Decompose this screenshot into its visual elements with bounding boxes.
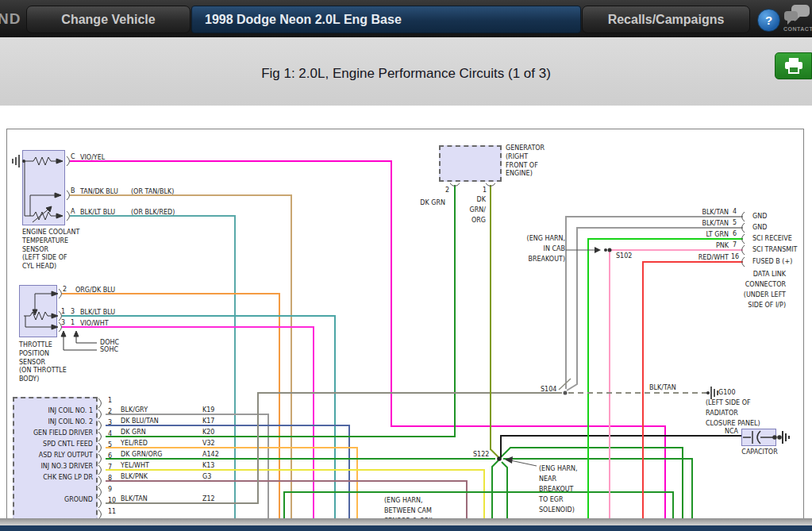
help-icon: ? bbox=[765, 13, 772, 27]
wire-label: VIO/WHT bbox=[80, 320, 109, 327]
pcm-pin-number: 10 bbox=[108, 497, 116, 504]
wire-label: BLK/TAN bbox=[649, 384, 676, 391]
ect-sensor-label: ENGINE COOLANTTEMPERATURE SENSOR(LEFT SI… bbox=[22, 229, 79, 271]
vehicle-tab-label: 1998 Dodge Neon 2.0L Eng Base bbox=[205, 13, 402, 27]
wire-alt-label: (OR TAN/BLK) bbox=[131, 188, 174, 195]
dlc-label: DATA LINKCONNECTOR (UNDER LEFTSIDE OF I/… bbox=[698, 269, 786, 310]
tps-pin-number: 1 bbox=[61, 308, 65, 315]
circuit-code: K13 bbox=[202, 462, 214, 469]
dlc-pin-number: 16 bbox=[731, 253, 739, 260]
dlc-pin-number: 4 bbox=[733, 208, 737, 215]
pcm-signal-label: GEN FIELD DRIVER bbox=[17, 429, 93, 437]
tps-pin-number: 3 bbox=[61, 319, 65, 326]
dlc-pin-number: 5 bbox=[733, 219, 737, 226]
pcm-pin-number: 5 bbox=[108, 441, 112, 448]
splice-s122-label: S122 bbox=[473, 451, 489, 458]
dlc-pin-number: 7 bbox=[733, 241, 737, 248]
incab-note: (ENG HARN,IN CAB BREAKOUT) bbox=[510, 233, 565, 264]
circuit-code: A142 bbox=[202, 451, 219, 458]
pcm-pin-number: 8 bbox=[108, 475, 112, 482]
contact-button[interactable]: CONTACT bbox=[783, 3, 812, 35]
bottom-scroll-strip[interactable] bbox=[0, 518, 812, 525]
wire-label: DK GRN/ORG bbox=[121, 451, 162, 458]
tps-pin-number: 1 bbox=[71, 319, 75, 326]
circuit-code: Z12 bbox=[202, 495, 215, 502]
dlc-signal-label: GND bbox=[752, 224, 767, 231]
tps-pin-number: 3 bbox=[71, 308, 75, 315]
print-button[interactable] bbox=[775, 52, 812, 79]
wire-label: BLK/LT BLU bbox=[80, 309, 115, 316]
pcm-pin-number: 2 bbox=[108, 408, 112, 415]
pcm-signal-label: ASD RLY OUTPUT bbox=[17, 452, 93, 459]
g100-ground-label: G100 bbox=[718, 389, 735, 396]
ect-sensor-box bbox=[22, 150, 65, 225]
generator-box bbox=[439, 145, 502, 182]
ect-pin-letter: B bbox=[71, 187, 75, 194]
wire-label: DK GRN bbox=[121, 429, 146, 436]
wire-label: BLK/LT BLU bbox=[80, 209, 115, 216]
capacitor-label: CAPACITOR bbox=[728, 448, 791, 456]
top-navigation-bar: ND Change Vehicle 1998 Dodge Neon 2.0L E… bbox=[0, 0, 812, 38]
g100-location-label: (LEFT SIDE OFRADIATOR CLOSURE PANEL) bbox=[706, 398, 760, 429]
wire-label: PNK bbox=[665, 242, 729, 249]
change-vehicle-label: Change Vehicle bbox=[61, 13, 155, 27]
figure-title: Fig 1: 2.0L, Engine Performance Circuits… bbox=[0, 66, 812, 82]
bottom-frame-bar bbox=[0, 525, 812, 531]
capacitor-box bbox=[741, 429, 776, 446]
dlc-signal-label: SCI RECEIVE bbox=[752, 235, 792, 242]
pcm-signal-label: INJ COIL NO. 2 bbox=[17, 418, 93, 425]
ect-pin-letter: C bbox=[71, 153, 75, 160]
wire-label: BLK/TAN bbox=[665, 220, 729, 227]
pcm-pin-number: 11 bbox=[108, 508, 116, 515]
help-button[interactable]: ? bbox=[757, 9, 780, 32]
dlc-signal-label: FUSED B (+) bbox=[752, 258, 792, 265]
generator-pin-number: 2 bbox=[445, 187, 449, 194]
wire-label: BLK/TAN bbox=[121, 495, 148, 502]
pcm-signal-label: SPD CNTL FEED bbox=[17, 441, 93, 448]
tps-sensor-box bbox=[19, 285, 57, 337]
vehicle-tab[interactable]: 1998 Dodge Neon 2.0L Eng Base bbox=[191, 6, 581, 33]
wire-label: DK BLU/TAN bbox=[121, 417, 159, 425]
wire-label: RED/WHT bbox=[665, 254, 729, 261]
wire-label: ORG/DK BLU bbox=[75, 287, 115, 294]
pcm-pin-number: 1 bbox=[108, 397, 112, 404]
recalls-campaigns-button[interactable]: Recalls/Campaigns bbox=[582, 6, 750, 33]
wire-label: DK GRN bbox=[414, 199, 445, 206]
ect-pin-letter: A bbox=[71, 208, 75, 215]
splice-s104-label: S104 bbox=[541, 386, 556, 393]
sohc-label: SOHC bbox=[100, 346, 118, 353]
wire-alt-label: (OR BLK/RED) bbox=[131, 209, 175, 216]
wire-label: DKGRN/ ORG bbox=[454, 194, 486, 225]
pcm-pin-number: 7 bbox=[108, 464, 112, 471]
wire-label: LT GRN bbox=[665, 231, 729, 238]
wire-label: BLK/PNK bbox=[121, 473, 148, 480]
wire-label: BLK/GRY bbox=[121, 406, 148, 414]
wire-label: BLK/TAN bbox=[665, 209, 729, 216]
app-root: ND Change Vehicle 1998 Dodge Neon 2.0L E… bbox=[0, 0, 812, 531]
pcm-pin-number: 6 bbox=[108, 452, 112, 460]
tps-pin-number: 2 bbox=[63, 286, 67, 293]
pcm-pin-number: 3 bbox=[108, 419, 112, 426]
pcm-signal-label: CHK ENG LP DR bbox=[17, 474, 93, 481]
pcm-signal-label: INJ COIL NO. 1 bbox=[17, 407, 93, 414]
pcm-signal-label: GROUND bbox=[17, 496, 93, 503]
wire-label: VIO/YEL bbox=[80, 154, 105, 161]
splice-s102-label: S102 bbox=[616, 252, 632, 260]
nca-label: NCA bbox=[716, 428, 738, 435]
recalls-campaigns-label: Recalls/Campaigns bbox=[608, 13, 725, 27]
brand-logo: ND bbox=[0, 10, 21, 28]
printer-icon bbox=[783, 57, 804, 75]
dlc-signal-label: SCI TRANSMIT bbox=[752, 246, 797, 253]
generator-pin-number: 1 bbox=[483, 187, 487, 194]
figure-title-bar: Fig 1: 2.0L, Engine Performance Circuits… bbox=[0, 37, 812, 106]
diagram-canvas: C VIO/YEL B TAN/DK BLU (OR TAN/BLK) A BL… bbox=[0, 106, 812, 531]
wire-label: TAN/DK BLU bbox=[80, 188, 118, 195]
change-vehicle-button[interactable]: Change Vehicle bbox=[26, 6, 190, 33]
diagram-frame bbox=[6, 129, 804, 519]
dlc-signal-label: GND bbox=[752, 213, 767, 220]
dlc-pin-number: 6 bbox=[733, 230, 737, 237]
circuit-code: G3 bbox=[202, 473, 211, 480]
circuit-code: K17 bbox=[202, 417, 214, 425]
egr-note: (ENG HARN,NEAR BREAKOUTTO EGR SOLENOID) bbox=[539, 464, 577, 515]
tps-sensor-label: THROTTLEPOSITION SENSOR(ON THROTTLE BODY… bbox=[19, 341, 67, 384]
